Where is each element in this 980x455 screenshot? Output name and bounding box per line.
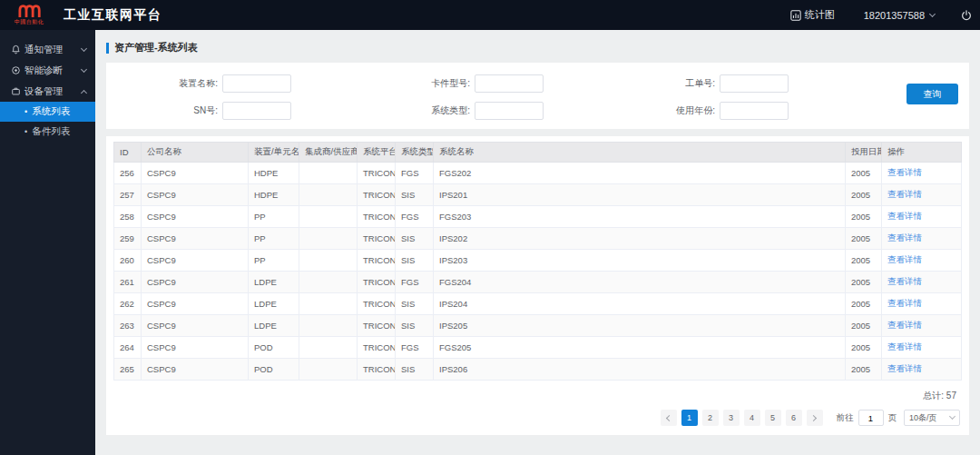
user-menu[interactable]: 18201357588 bbox=[864, 10, 935, 21]
column-header: 投用日期 bbox=[846, 143, 882, 163]
cell-type: SIS bbox=[396, 228, 434, 250]
cell-year: 2005 bbox=[846, 272, 882, 293]
chevron-up-icon bbox=[81, 89, 87, 95]
page-size-select[interactable]: 10条/页 bbox=[904, 410, 960, 426]
goto-page-input[interactable] bbox=[858, 410, 884, 426]
page-button-3[interactable]: 3 bbox=[723, 410, 740, 426]
usage-year-input[interactable] bbox=[720, 102, 789, 120]
table-row: 261CSPC9LDPETRICONFGSFGS2042005查看详情 bbox=[114, 272, 962, 293]
cell-id: 259 bbox=[114, 228, 142, 250]
cell-company: CSPC9 bbox=[142, 315, 249, 337]
card-model-input[interactable] bbox=[475, 74, 544, 93]
cell-company: CSPC9 bbox=[142, 163, 249, 184]
cell-actions: 查看详情 bbox=[882, 315, 962, 337]
cell-platform: TRICON bbox=[358, 359, 396, 381]
sidebar-subitem-label: 备件列表 bbox=[32, 125, 70, 138]
view-details-link[interactable]: 查看详情 bbox=[887, 341, 922, 351]
cell-actions: 查看详情 bbox=[882, 337, 962, 359]
brand-logo: 中國自動化 bbox=[9, 4, 49, 26]
cell-company: CSPC9 bbox=[142, 337, 249, 359]
system-type-input[interactable] bbox=[475, 102, 544, 120]
next-page-button[interactable] bbox=[807, 410, 823, 426]
view-details-link[interactable]: 查看详情 bbox=[887, 189, 922, 199]
column-header: 操作 bbox=[882, 143, 962, 163]
sidebar-item-notification-mgmt[interactable]: 通知管理 bbox=[0, 39, 95, 60]
table-row: 265CSPC9PODTRICONSISIPS2062005查看详情 bbox=[114, 359, 962, 381]
search-button[interactable]: 查询 bbox=[906, 84, 958, 104]
cell-vendor bbox=[299, 272, 358, 293]
cell-type: FGS bbox=[396, 206, 434, 228]
cell-actions: 查看详情 bbox=[882, 206, 962, 228]
work-order-no-label: 工单号: bbox=[545, 77, 720, 90]
diagnosis-icon bbox=[11, 65, 24, 75]
goto-suffix: 页 bbox=[888, 412, 897, 424]
cell-id: 260 bbox=[114, 250, 142, 272]
table-row: 263CSPC9LDPETRICONSISIPS2052005查看详情 bbox=[114, 315, 962, 337]
view-details-link[interactable]: 查看详情 bbox=[887, 320, 922, 330]
cell-platform: TRICON bbox=[358, 206, 396, 228]
table-row: 264CSPC9PODTRICONFGSFGS2052005查看详情 bbox=[114, 337, 962, 359]
page-button-2[interactable]: 2 bbox=[702, 410, 719, 426]
view-details-link[interactable]: 查看详情 bbox=[887, 254, 922, 264]
stats-chart-button[interactable]: 统计图 bbox=[790, 8, 835, 22]
page-button-4[interactable]: 4 bbox=[744, 410, 760, 426]
sidebar-menu: 通知管理智能诊断设备管理•系统列表•备件列表 bbox=[0, 39, 95, 142]
sidebar-item-device-mgmt[interactable]: 设备管理 bbox=[0, 81, 95, 102]
sidebar-subitem-spare-parts-list[interactable]: •备件列表 bbox=[0, 122, 95, 142]
sidebar-item-smart-diagnosis[interactable]: 智能诊断 bbox=[0, 60, 95, 81]
goto-label: 前往 bbox=[837, 412, 854, 424]
cell-vendor bbox=[299, 184, 358, 206]
cell-platform: TRICON bbox=[358, 250, 396, 272]
logout-button[interactable] bbox=[960, 9, 973, 22]
top-header: 中國自動化 工业互联网平台 统计图 18201357588 bbox=[0, 0, 980, 30]
cell-id: 257 bbox=[114, 184, 142, 206]
sidebar-item-label: 智能诊断 bbox=[24, 64, 82, 77]
device-name-input[interactable] bbox=[222, 74, 291, 93]
cell-actions: 查看详情 bbox=[882, 359, 962, 381]
page-button-1[interactable]: 1 bbox=[681, 410, 698, 426]
table-row: 259CSPC9PPTRICONSISIPS2022005查看详情 bbox=[114, 228, 962, 250]
table-row: 260CSPC9PPTRICONSISIPS2032005查看详情 bbox=[114, 250, 962, 272]
cell-company: CSPC9 bbox=[142, 184, 249, 206]
cell-unit: HDPE bbox=[249, 163, 299, 184]
view-details-link[interactable]: 查看详情 bbox=[887, 167, 922, 177]
view-details-link[interactable]: 查看详情 bbox=[887, 276, 922, 286]
table-row: 256CSPC9HDPETRICONFGSFGS2022005查看详情 bbox=[114, 163, 962, 184]
cell-type: SIS bbox=[396, 184, 434, 206]
column-header: 系统平台 bbox=[358, 143, 396, 163]
cell-type: SIS bbox=[396, 293, 434, 315]
sidebar: 通知管理智能诊断设备管理•系统列表•备件列表 bbox=[0, 30, 95, 455]
cell-year: 2005 bbox=[846, 184, 882, 206]
column-header: 装置/单元名称 bbox=[249, 143, 299, 163]
view-details-link[interactable]: 查看详情 bbox=[887, 298, 922, 308]
filter-grid: 装置名称:卡件型号:工单号:SN号:系统类型:使用年份: bbox=[106, 74, 969, 120]
bar-chart-icon bbox=[790, 10, 801, 21]
cell-vendor bbox=[299, 206, 358, 228]
card-model-label: 卡件型号: bbox=[293, 77, 475, 90]
view-details-link[interactable]: 查看详情 bbox=[887, 363, 922, 373]
cell-unit: LDPE bbox=[249, 315, 299, 337]
cell-year: 2005 bbox=[846, 315, 882, 337]
column-header: 系统类型 bbox=[396, 143, 434, 163]
cell-platform: TRICON bbox=[358, 163, 396, 184]
cell-vendor bbox=[299, 315, 358, 337]
cell-company: CSPC9 bbox=[142, 359, 249, 381]
view-details-link[interactable]: 查看详情 bbox=[887, 211, 922, 221]
cell-company: CSPC9 bbox=[142, 272, 249, 293]
page-buttons: 123456 bbox=[681, 410, 802, 426]
header-right: 统计图 18201357588 bbox=[790, 8, 980, 22]
page-button-6[interactable]: 6 bbox=[786, 410, 802, 426]
cell-unit: LDPE bbox=[249, 272, 299, 293]
cell-platform: TRICON bbox=[358, 293, 396, 315]
cell-company: CSPC9 bbox=[142, 293, 249, 315]
sidebar-item-label: 设备管理 bbox=[24, 85, 82, 98]
cell-unit: POD bbox=[249, 359, 299, 381]
cell-id: 263 bbox=[114, 315, 142, 337]
page-button-5[interactable]: 5 bbox=[765, 410, 781, 426]
sidebar-subitem-system-list[interactable]: •系统列表 bbox=[0, 102, 95, 122]
cell-year: 2005 bbox=[846, 163, 882, 184]
work-order-no-input[interactable] bbox=[720, 74, 789, 93]
sn-no-input[interactable] bbox=[222, 102, 291, 120]
view-details-link[interactable]: 查看详情 bbox=[887, 232, 922, 242]
prev-page-button[interactable] bbox=[661, 410, 677, 426]
